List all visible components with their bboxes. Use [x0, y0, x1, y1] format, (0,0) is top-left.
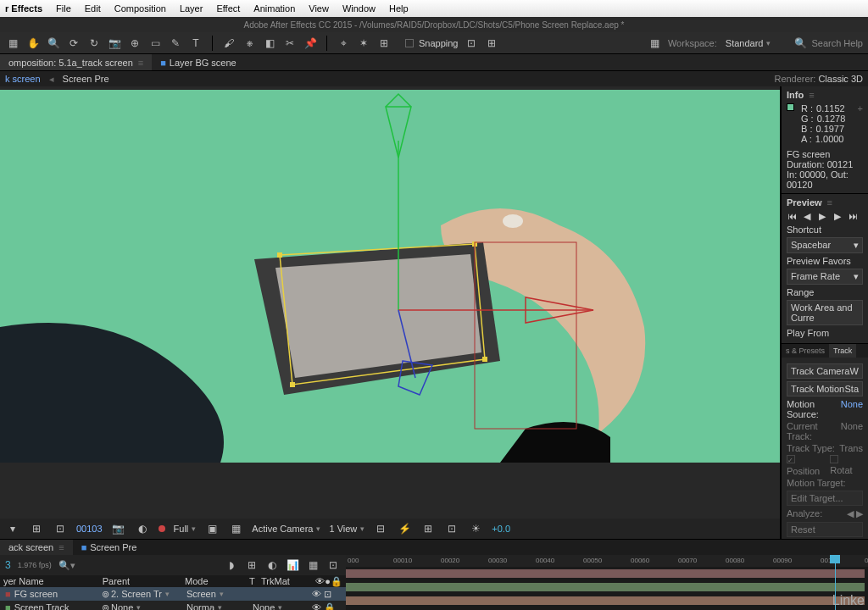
brush-tool-icon[interactable]: 🖌: [221, 36, 236, 51]
camera-dropdown[interactable]: Active Camera: [252, 524, 320, 534]
views-dropdown[interactable]: 1 View: [329, 524, 364, 534]
shy-icon[interactable]: ◗: [224, 557, 239, 573]
camera-tool-icon[interactable]: 📷: [107, 36, 122, 51]
tab-tracker[interactable]: Track: [829, 344, 856, 358]
comp-tab-track-screen[interactable]: omposition: 5.1a_track screen≡: [0, 54, 152, 70]
shape-tool-icon[interactable]: ▭: [147, 36, 163, 51]
rotation-checkbox[interactable]: [830, 455, 838, 463]
type-tool-icon[interactable]: T: [188, 36, 203, 51]
menu-file[interactable]: File: [56, 3, 71, 14]
roto-tool-icon[interactable]: ✂: [282, 36, 298, 51]
menu-edit[interactable]: Edit: [85, 3, 101, 14]
pan-behind-tool-icon[interactable]: ⊕: [127, 36, 142, 51]
orbit-tool-icon[interactable]: ⟳: [66, 36, 81, 51]
tl-tab-screen-pre[interactable]: ■Screen Pre: [73, 540, 146, 555]
draft3d-icon[interactable]: ▦: [305, 557, 320, 573]
plus-icon[interactable]: +: [858, 103, 863, 144]
layer-bar-track[interactable]: [346, 583, 865, 591]
edit-target-button[interactable]: Edit Target...: [787, 491, 863, 506]
eraser-tool-icon[interactable]: ◧: [262, 36, 277, 51]
rotate-tool-icon[interactable]: ↻: [86, 36, 102, 51]
menu-layer[interactable]: Layer: [180, 3, 203, 14]
transparency-icon[interactable]: ▦: [228, 521, 243, 536]
range-dropdown[interactable]: Work Area and Curre: [787, 300, 863, 325]
layer-bar-bg[interactable]: [346, 596, 865, 605]
layer-row-fg-screen[interactable]: ■FG screen ⊚2. Screen Tr Screen 👁⊡: [0, 587, 346, 601]
channel-icon[interactable]: ◐: [135, 521, 150, 536]
track-camera-button[interactable]: Track CameraW: [787, 363, 863, 379]
red-channel-icon[interactable]: [159, 525, 165, 532]
trkmat-dropdown[interactable]: None: [253, 602, 309, 610]
lock-toggle[interactable]: 🔒: [324, 602, 336, 611]
timecode-display[interactable]: 3: [5, 559, 11, 571]
breadcrumb-item[interactable]: Screen Pre: [63, 74, 109, 84]
search-help[interactable]: 🔍 Search Help: [793, 36, 863, 51]
parent-dropdown[interactable]: 2. Screen Tr: [111, 589, 170, 599]
menu-animation[interactable]: Animation: [253, 3, 295, 14]
graph-icon[interactable]: 📊: [285, 557, 300, 573]
exposure-value[interactable]: +0.0: [492, 524, 510, 534]
prev-frame-icon[interactable]: ◀: [802, 211, 812, 221]
layer-bar-fg[interactable]: [346, 569, 865, 578]
snap-opt1-icon[interactable]: ⊡: [464, 36, 479, 51]
snapping-checkbox[interactable]: [405, 39, 414, 47]
axis-local-icon[interactable]: ⌖: [336, 36, 351, 51]
comp-flow-icon[interactable]: ⊡: [444, 521, 459, 536]
first-frame-icon[interactable]: ⏮: [787, 211, 797, 221]
analyze-back-icon[interactable]: ◀: [847, 508, 854, 518]
mode-dropdown[interactable]: Screen: [186, 589, 253, 599]
analyze-fwd-icon[interactable]: ▶: [856, 508, 863, 518]
snap-opt2-icon[interactable]: ⊞: [484, 36, 499, 51]
visibility-toggle[interactable]: 👁: [312, 602, 320, 611]
clone-tool-icon[interactable]: ⎈: [242, 36, 257, 51]
snapshot-icon[interactable]: 📷: [111, 521, 126, 536]
menu-help[interactable]: Help: [389, 3, 409, 14]
fast-preview-icon[interactable]: ⚡: [397, 521, 412, 536]
track-motion-button[interactable]: Track MotionSta: [787, 381, 863, 396]
timeline-tracks[interactable]: 000 00010 00020 00030 00040 00050 00060 …: [346, 555, 868, 610]
mag-icon[interactable]: ▾: [5, 521, 20, 536]
breadcrumb-item[interactable]: k screen: [5, 74, 41, 84]
grid-icon[interactable]: ⊞: [29, 521, 44, 536]
workspace-icon[interactable]: ▦: [648, 36, 663, 51]
current-frame[interactable]: 00103: [76, 524, 103, 534]
motion-source-dropdown[interactable]: None: [841, 399, 863, 419]
favors-dropdown[interactable]: Frame Rate▾: [787, 269, 863, 285]
shortcut-dropdown[interactable]: Spacebar▾: [787, 237, 863, 253]
menu-composition[interactable]: Composition: [114, 3, 166, 14]
workspace-dropdown[interactable]: Standard: [726, 38, 771, 48]
renderer-dropdown[interactable]: Classic 3D: [818, 74, 863, 84]
reset-exposure-icon[interactable]: ☀: [468, 521, 483, 536]
time-ruler[interactable]: 000 00010 00020 00030 00040 00050 00060 …: [346, 555, 868, 567]
menu-effect[interactable]: Effect: [216, 3, 240, 14]
tab-presets[interactable]: s & Presets: [782, 344, 829, 358]
hand-tool-icon[interactable]: ✋: [25, 36, 41, 51]
resolution-dropdown[interactable]: Full: [174, 524, 197, 534]
comp-tab-layer-bg[interactable]: ■ Layer BG scene: [152, 54, 245, 70]
motion-blur-icon[interactable]: ◐: [264, 557, 280, 573]
parent-dropdown[interactable]: None: [111, 602, 141, 610]
selection-tool-icon[interactable]: ▦: [5, 36, 20, 51]
last-frame-icon[interactable]: ⏭: [848, 211, 858, 221]
brainstorm-icon[interactable]: ⊡: [326, 557, 341, 573]
tl-tab-track-screen[interactable]: ack screen≡: [0, 540, 73, 555]
zoom-tool-icon[interactable]: 🔍: [46, 36, 61, 51]
composition-viewer[interactable]: [0, 90, 780, 463]
close-icon[interactable]: ≡: [138, 58, 143, 68]
mac-menubar[interactable]: r Effects File Edit Composition Layer Ef…: [0, 0, 868, 17]
axis-world-icon[interactable]: ✶: [356, 36, 371, 51]
search-icon[interactable]: 🔍▾: [58, 560, 75, 571]
mode-dropdown[interactable]: Norma: [186, 602, 253, 610]
menu-view[interactable]: View: [309, 3, 329, 14]
play-icon[interactable]: ▶: [817, 211, 827, 221]
puppet-tool-icon[interactable]: 📌: [303, 36, 318, 51]
layer-row-screen-track[interactable]: ■Screen Track ⊚None Norma None 👁🔒: [0, 601, 346, 610]
3d-toggle[interactable]: ⊡: [324, 589, 331, 600]
pen-tool-icon[interactable]: ✎: [168, 36, 183, 51]
pixel-aspect-icon[interactable]: ⊟: [373, 521, 388, 536]
frame-blend-icon[interactable]: ⊞: [244, 557, 259, 573]
menu-window[interactable]: Window: [342, 3, 376, 14]
visibility-toggle[interactable]: 👁: [312, 589, 320, 600]
axis-view-icon[interactable]: ⊞: [376, 36, 392, 51]
reset-button[interactable]: Reset: [787, 522, 863, 537]
